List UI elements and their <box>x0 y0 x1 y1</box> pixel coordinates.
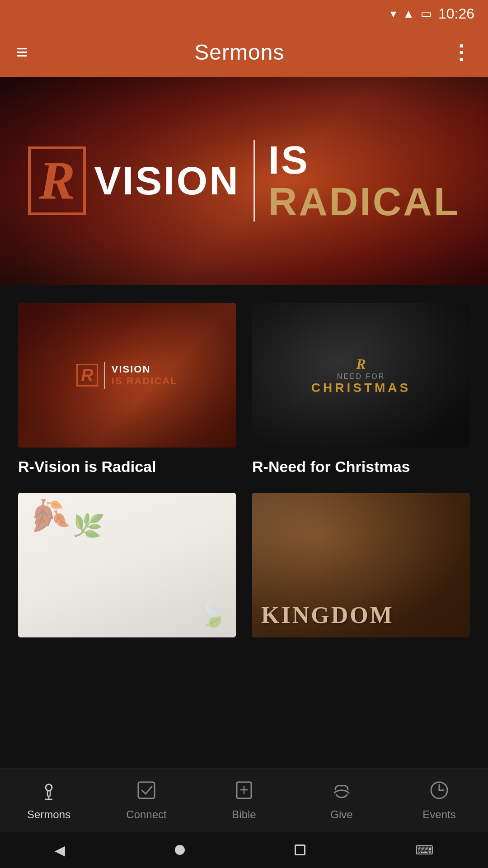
hero-banner[interactable]: R VISION IS RADICAL <box>0 77 488 285</box>
signal-icon: ▲ <box>403 7 414 21</box>
sermon-thumb-need-christmas: R NEED FOR CHRISTMAS <box>252 303 470 448</box>
thumb-christmas-bg: R NEED FOR CHRISTMAS <box>252 303 470 448</box>
sermon-thumb-kingdom: KINGDOM <box>252 493 470 637</box>
android-nav-bar: ◀ ⌨ <box>0 832 488 868</box>
toolbar-right: ⋮ <box>451 41 472 64</box>
sermon-card-kingdom[interactable]: KINGDOM <box>252 493 470 646</box>
android-back-button[interactable]: ◀ <box>55 842 65 858</box>
thumb-leaves-bg: 🍂 🌿 🍃 <box>18 493 236 637</box>
sermon-card-vision-radical[interactable]: R VISION IS RADICAL R-Vision is Radical <box>18 303 236 476</box>
give-icon <box>332 780 352 805</box>
thumb-christmas-word: CHRISTMAS <box>311 381 411 395</box>
svg-point-0 <box>46 784 52 791</box>
thumb-christmas-content: R NEED FOR CHRISTMAS <box>311 356 411 395</box>
connect-icon <box>136 780 156 805</box>
leaf-deco-2: 🌿 <box>70 509 106 543</box>
events-icon <box>429 780 449 805</box>
hero-logo-r: R <box>28 146 86 215</box>
thumb-radical-label: IS RADICAL <box>112 375 178 387</box>
sermon-card-leaves[interactable]: 🍂 🌿 🍃 <box>18 493 236 646</box>
sermon-thumb-leaves: 🍂 🌿 🍃 <box>18 493 236 637</box>
nav-label-give: Give <box>330 808 352 821</box>
status-bar: ▾ ▲ ▭ 10:26 <box>0 0 488 27</box>
page-title: Sermons <box>194 40 284 65</box>
svg-rect-1 <box>47 791 50 796</box>
nav-label-bible: Bible <box>232 808 256 821</box>
sermon-thumb-vision-radical: R VISION IS RADICAL <box>18 303 236 448</box>
battery-icon: ▭ <box>421 7 432 21</box>
status-time: 10:26 <box>438 5 474 22</box>
main-content: R VISION IS RADICAL R-Vision is Radical … <box>0 285 488 760</box>
status-icons: ▾ ▲ ▭ 10:26 <box>390 5 474 22</box>
bible-icon <box>234 780 254 805</box>
hero-radical-text: RADICAL <box>268 181 460 222</box>
content-spacer <box>18 646 470 750</box>
thumb-divider <box>104 362 105 389</box>
android-home-button[interactable] <box>175 845 185 855</box>
sermons-icon <box>39 780 59 805</box>
svg-rect-4 <box>138 782 155 798</box>
thumb-vision-label: VISION <box>112 363 178 375</box>
nav-label-connect: Connect <box>126 808 166 821</box>
thumb-christmas-r: R <box>356 356 366 372</box>
thumb-vision-content: R VISION IS RADICAL <box>76 362 177 389</box>
wifi-icon: ▾ <box>390 7 396 21</box>
leaf-deco-3: 🍃 <box>197 600 229 631</box>
hero-divider <box>253 140 255 222</box>
hero-content: R VISION IS RADICAL <box>28 139 460 223</box>
thumb-vision-bg: R VISION IS RADICAL <box>18 303 236 448</box>
nav-item-give[interactable]: Give <box>293 780 390 821</box>
hamburger-menu-icon[interactable]: ≡ <box>16 42 28 62</box>
sermon-title-need-christmas: R-Need for Christmas <box>252 457 470 476</box>
nav-item-connect[interactable]: Connect <box>98 780 195 821</box>
nav-item-sermons[interactable]: Sermons <box>0 780 98 821</box>
nav-item-events[interactable]: Events <box>390 780 488 821</box>
nav-label-sermons: Sermons <box>27 808 70 821</box>
sermon-title-vision-radical: R-Vision is Radical <box>18 457 236 476</box>
hero-is-text: IS <box>268 139 460 181</box>
thumb-r-logo: R <box>76 364 98 387</box>
nav-label-events: Events <box>422 808 455 821</box>
bottom-nav: Sermons Connect Bible G <box>0 769 488 832</box>
more-options-icon[interactable]: ⋮ <box>451 41 472 64</box>
thumb-christmas-need: NEED FOR <box>311 373 411 381</box>
thumb-kingdom-bg: KINGDOM <box>252 493 470 637</box>
hero-vision-text: VISION <box>94 160 239 202</box>
nav-item-bible[interactable]: Bible <box>195 780 293 821</box>
android-recents-button[interactable] <box>295 844 305 855</box>
sermon-grid: R VISION IS RADICAL R-Vision is Radical … <box>18 303 470 646</box>
thumb-kingdom-word: KINGDOM <box>261 602 394 628</box>
sermon-card-need-christmas[interactable]: R NEED FOR CHRISTMAS R-Need for Christma… <box>252 303 470 476</box>
toolbar-left: ≡ <box>16 42 28 62</box>
toolbar: ≡ Sermons ⋮ <box>0 27 488 77</box>
android-keyboard-button[interactable]: ⌨ <box>415 843 433 858</box>
